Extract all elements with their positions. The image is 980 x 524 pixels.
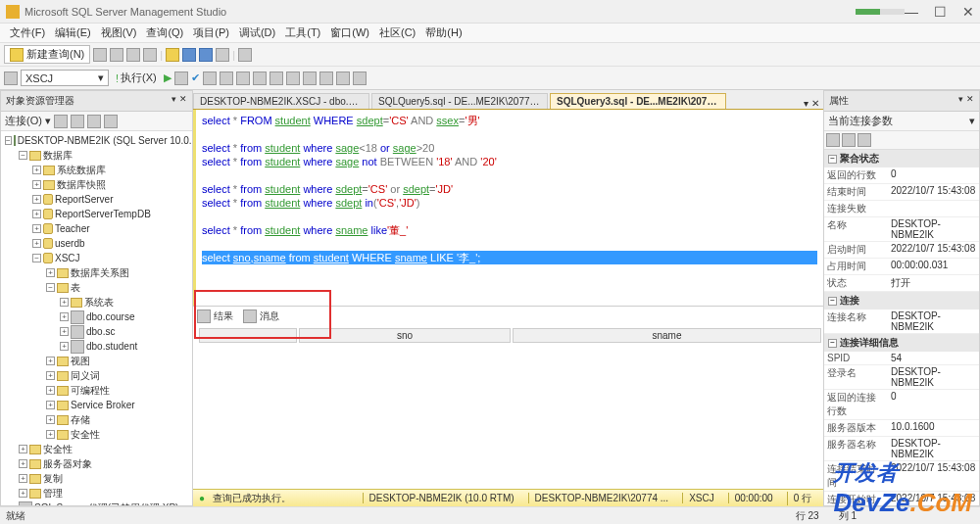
status-time: 00:00:00: [728, 493, 779, 503]
oe-icon-1[interactable]: [54, 115, 68, 128]
folder-icon: [29, 151, 41, 161]
database-icon: [43, 238, 53, 249]
tb-icon-1[interactable]: [93, 48, 107, 62]
execute-button[interactable]: !执行(X): [112, 70, 161, 86]
prop-icon[interactable]: [858, 133, 871, 147]
results-tab[interactable]: 结果: [197, 310, 233, 323]
oe-icon-4[interactable]: [104, 115, 118, 128]
sql-editor[interactable]: select * FROM student WHERE sdept='CS' A…: [193, 110, 823, 306]
editor-area: DESKTOP-NBME2IK.XSCJ - dbo.student SQLQu…: [193, 90, 823, 506]
menu-community[interactable]: 社区(C): [375, 24, 419, 41]
folder-icon: [29, 474, 41, 484]
results-area: 结果 消息 snosname ● 查询已成功执行。 DESKTOP-NBME2I…: [193, 306, 823, 506]
menu-edit[interactable]: 编辑(E): [51, 24, 95, 41]
app-title: Microsoft SQL Server Management Studio: [24, 6, 679, 18]
messages-tab[interactable]: 消息: [243, 310, 279, 323]
status-login: DESKTOP-NBME2IK\20774 ...: [528, 493, 675, 503]
status-rows: 0 行: [787, 492, 817, 505]
tb-icon-2[interactable]: [110, 48, 123, 62]
database-icon: [43, 194, 53, 205]
maximize-button[interactable]: ☐: [934, 4, 947, 20]
document-tabs: DESKTOP-NBME2IK.XSCJ - dbo.student SQLQu…: [193, 90, 823, 110]
cursor-line: 行 23: [796, 509, 819, 523]
app-statusbar: 就绪 行 23 列 1: [0, 506, 980, 524]
tb2-icon-7[interactable]: [303, 71, 317, 85]
status-server: DESKTOP-NBME2IK (10.0 RTM): [363, 493, 520, 503]
toolbar-standard: 新建查询(N) | |: [0, 43, 980, 67]
folder-icon: [57, 430, 69, 440]
tab-menu-icon[interactable]: ▾ ✕: [800, 98, 823, 109]
folder-icon: [57, 268, 69, 278]
cursor-col: 列 1: [839, 509, 857, 523]
menu-debug[interactable]: 调试(D): [235, 24, 279, 41]
panel-pin-icon[interactable]: ▾ ✕: [172, 94, 187, 108]
panel-pin-icon[interactable]: ▾ ✕: [958, 94, 974, 108]
folder-icon: [43, 180, 55, 190]
query-status-bar: ● 查询已成功执行。 DESKTOP-NBME2IK (10.0 RTM) DE…: [193, 489, 823, 506]
oe-icon-3[interactable]: [87, 115, 101, 128]
connect-icon[interactable]: [4, 71, 18, 85]
tb2-icon-6[interactable]: [286, 71, 300, 85]
menu-file[interactable]: 文件(F): [6, 24, 49, 41]
col-sname[interactable]: sname: [513, 328, 821, 343]
tb2-icon-9[interactable]: [336, 71, 350, 85]
table-icon: [71, 340, 84, 354]
tb2-icon-1[interactable]: [203, 71, 217, 85]
tb-icon-4[interactable]: [143, 48, 157, 62]
stop-icon[interactable]: [174, 71, 188, 85]
save-all-icon[interactable]: [199, 48, 213, 62]
tb-icon-5[interactable]: [216, 48, 229, 62]
tb-icon-3[interactable]: [126, 48, 140, 62]
menu-tools[interactable]: 工具(T): [281, 24, 324, 41]
tb2-icon-10[interactable]: [353, 71, 367, 85]
menu-view[interactable]: 视图(V): [97, 24, 141, 41]
open-icon[interactable]: [166, 48, 179, 62]
tab-sqlquery3[interactable]: SQLQuery3.sql - DE...ME2IK\20774 (54))*: [550, 93, 726, 109]
menu-query[interactable]: 查询(Q): [142, 24, 187, 41]
debug-icon[interactable]: ▶: [164, 71, 172, 84]
oe-icon-2[interactable]: [71, 115, 84, 128]
col-sno[interactable]: sno: [299, 328, 511, 343]
close-button[interactable]: ✕: [962, 4, 974, 20]
minimize-button[interactable]: —: [905, 4, 918, 20]
chevron-down-icon: ▾: [98, 71, 104, 84]
success-icon: ●: [199, 493, 205, 503]
save-icon[interactable]: [182, 48, 196, 62]
results-grid[interactable]: snosname: [197, 326, 823, 345]
tb2-icon-5[interactable]: [270, 71, 283, 85]
tb2-icon-3[interactable]: [236, 71, 250, 85]
table-icon: [71, 310, 84, 324]
tb2-icon-8[interactable]: [319, 71, 333, 85]
tb2-icon-2[interactable]: [220, 71, 233, 85]
menu-help[interactable]: 帮助(H): [421, 24, 466, 41]
folder-icon: [29, 445, 41, 454]
tab-student-designer[interactable]: DESKTOP-NBME2IK.XSCJ - dbo.student: [193, 93, 369, 109]
cat-icon[interactable]: [826, 133, 840, 147]
ready-label: 就绪: [6, 509, 25, 523]
connect-label[interactable]: 连接(O): [5, 114, 42, 128]
message-icon: [243, 310, 257, 323]
properties-object[interactable]: 当前连接参数: [828, 114, 893, 128]
database-combo[interactable]: XSCJ▾: [21, 70, 109, 86]
table-icon: [71, 325, 84, 339]
folder-icon: [71, 298, 82, 308]
az-icon[interactable]: [842, 133, 856, 147]
folder-icon: [57, 357, 69, 366]
tb2-icon-4[interactable]: [253, 71, 267, 85]
properties-grid[interactable]: −聚合状态 返回的行数0 结束时间2022/10/7 15:43:08 连接失败…: [824, 150, 979, 505]
menubar: 文件(F) 编辑(E) 视图(V) 查询(Q) 项目(P) 调试(D) 工具(T…: [0, 24, 980, 43]
play-icon: !: [116, 72, 119, 84]
menu-project[interactable]: 项目(P): [189, 24, 233, 41]
object-tree[interactable]: −DESKTOP-NBME2IK (SQL Server 10.0.160 −数…: [1, 131, 192, 505]
menu-window[interactable]: 窗口(W): [326, 24, 373, 41]
titlebar: Microsoft SQL Server Management Studio —…: [0, 0, 980, 24]
progress-indicator: [856, 9, 905, 15]
tab-sqlquery5[interactable]: SQLQuery5.sql - DE...ME2IK\20774 (52))*: [371, 93, 548, 109]
parse-icon[interactable]: ✔: [191, 71, 200, 84]
folder-icon: [57, 371, 69, 381]
new-query-button[interactable]: 新建查询(N): [4, 45, 90, 64]
database-icon: [43, 223, 53, 234]
folder-icon: [29, 489, 41, 499]
new-query-icon: [10, 48, 24, 62]
activity-icon[interactable]: [238, 48, 252, 62]
